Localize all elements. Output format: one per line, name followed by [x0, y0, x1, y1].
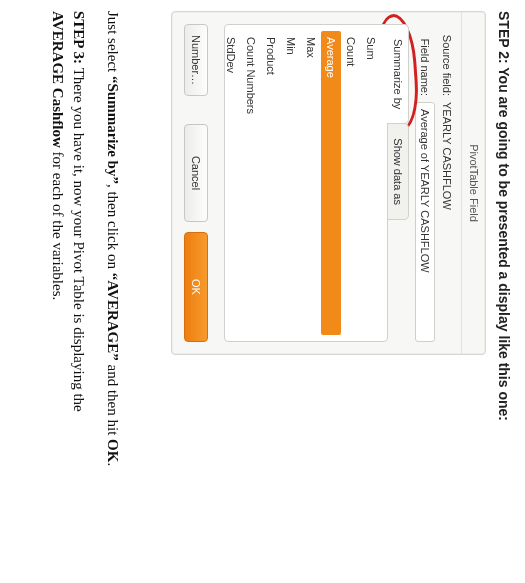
ok-button[interactable]: OK [184, 232, 208, 342]
tab-strip: Summarize by Show data as [387, 24, 409, 342]
caption-line-2: STEP 3: There you have it, now your Pivo… [48, 11, 89, 571]
bold-text: AVERAGE Cashflow [51, 11, 67, 148]
pivottable-field-dialog: PivotTable Field Source field: YEARLY CA… [171, 11, 486, 355]
text: for each of the variables. [51, 148, 67, 300]
text: , then click on [105, 184, 121, 273]
source-field-value: YEARLY CASHFLOW [441, 102, 453, 342]
list-item[interactable]: Min [281, 31, 301, 335]
bold-text: “Summarize by” [105, 76, 121, 184]
caption-line-1: Just select “Summarize by”, then click o… [103, 11, 123, 571]
list-item[interactable]: Sum [361, 31, 381, 335]
step2-header: STEP 2: You are going to be presented a … [496, 11, 512, 571]
tab-show-data-as[interactable]: Show data as [387, 123, 409, 220]
number-button[interactable]: Number… [184, 24, 208, 96]
list-item[interactable]: Count [341, 31, 361, 335]
source-field-row: Source field: YEARLY CASHFLOW [441, 24, 453, 342]
dialog-body: Source field: YEARLY CASHFLOW Field name… [172, 12, 461, 354]
button-row: Number… Cancel OK [184, 24, 208, 342]
bold-text: OK [105, 439, 121, 462]
cancel-button[interactable]: Cancel [184, 124, 208, 222]
field-name-input[interactable]: Average of YEARLY CASHFLOW [415, 102, 435, 342]
bold-text: STEP 3: [71, 11, 87, 68]
list-item[interactable]: Max [301, 31, 321, 335]
list-item[interactable]: Count Numbers [241, 31, 261, 335]
rotated-content: STEP 2: You are going to be presented a … [12, 11, 512, 571]
text: . [105, 462, 121, 466]
list-item[interactable]: StdDev [221, 31, 241, 335]
tab-summarize-by[interactable]: Summarize by [387, 24, 409, 124]
text: Just select [105, 11, 121, 76]
dialog-title: PivotTable Field [461, 12, 485, 354]
text: and then hit [105, 361, 121, 439]
bold-text: “AVERAGE” [105, 273, 121, 361]
list-item-selected[interactable]: Average [321, 31, 341, 335]
source-field-label: Source field: [441, 24, 453, 96]
field-name-row: Field name: Average of YEARLY CASHFLOW [415, 24, 435, 342]
field-name-label: Field name: [419, 24, 431, 96]
page: STEP 2: You are going to be presented a … [0, 0, 525, 583]
text: There you have it, now your Pivot Table … [71, 68, 87, 412]
summarize-options-list[interactable]: Sum Count Average Max Min Product Count … [224, 24, 388, 342]
list-item[interactable]: Product [261, 31, 281, 335]
